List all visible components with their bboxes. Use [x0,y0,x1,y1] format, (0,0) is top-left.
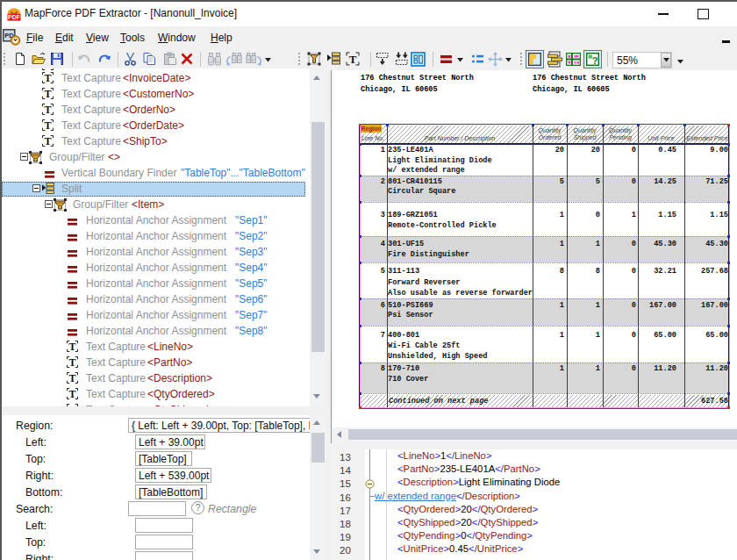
svg-text:T: T [68,388,75,399]
svg-text:?: ? [592,55,598,66]
svg-text:T: T [68,356,75,368]
svg-text:T: T [44,119,51,131]
svg-text:T: T [44,88,51,99]
svg-text:T: T [68,372,75,384]
svg-text:T: T [44,72,51,83]
svg-text:PDF: PDF [8,14,21,20]
svg-text:T: T [44,104,51,115]
svg-text:T: T [68,341,75,352]
svg-text:T: T [349,53,357,66]
svg-text:T: T [44,135,51,147]
svg-text:T: T [68,404,75,406]
